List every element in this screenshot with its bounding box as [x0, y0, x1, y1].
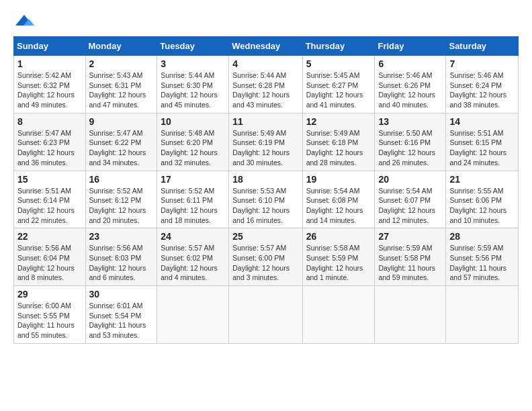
calendar-week-row: 22Sunrise: 5:56 AM Sunset: 6:04 PM Dayli… — [14, 228, 519, 286]
calendar-cell — [229, 286, 302, 344]
calendar-cell: 28Sunrise: 5:59 AM Sunset: 5:56 PM Dayli… — [446, 228, 519, 286]
day-info: Sunrise: 5:54 AM Sunset: 6:07 PM Dayligh… — [378, 186, 442, 226]
day-number: 6 — [378, 58, 442, 69]
day-number: 1 — [17, 58, 82, 69]
calendar-cell — [446, 286, 519, 344]
calendar-cell: 4Sunrise: 5:44 AM Sunset: 6:28 PM Daylig… — [229, 56, 302, 113]
calendar-cell: 12Sunrise: 5:49 AM Sunset: 6:18 PM Dayli… — [302, 113, 375, 171]
calendar-cell: 3Sunrise: 5:44 AM Sunset: 6:30 PM Daylig… — [157, 56, 229, 113]
day-number: 11 — [232, 116, 298, 127]
day-number: 22 — [17, 231, 82, 242]
day-number: 15 — [17, 174, 82, 185]
day-number: 29 — [17, 289, 82, 300]
calendar-cell: 19Sunrise: 5:54 AM Sunset: 6:08 PM Dayli… — [302, 171, 375, 228]
day-info: Sunrise: 5:57 AM Sunset: 6:00 PM Dayligh… — [232, 243, 298, 283]
day-number: 19 — [306, 174, 371, 185]
day-info: Sunrise: 5:44 AM Sunset: 6:28 PM Dayligh… — [232, 71, 298, 110]
weekday-header: Thursday — [302, 37, 375, 56]
calendar-cell: 6Sunrise: 5:46 AM Sunset: 6:26 PM Daylig… — [375, 56, 446, 113]
calendar-cell: 10Sunrise: 5:48 AM Sunset: 6:20 PM Dayli… — [157, 113, 229, 171]
day-info: Sunrise: 5:48 AM Sunset: 6:20 PM Dayligh… — [161, 128, 225, 168]
calendar-cell: 25Sunrise: 5:57 AM Sunset: 6:00 PM Dayli… — [229, 228, 302, 286]
calendar-week-row: 15Sunrise: 5:51 AM Sunset: 6:14 PM Dayli… — [14, 171, 519, 228]
calendar-cell: 14Sunrise: 5:51 AM Sunset: 6:15 PM Dayli… — [446, 113, 519, 171]
calendar-week-row: 29Sunrise: 6:00 AM Sunset: 5:55 PM Dayli… — [14, 286, 519, 344]
weekday-header: Friday — [375, 37, 446, 56]
day-number: 9 — [89, 116, 154, 127]
weekday-header: Saturday — [446, 37, 519, 56]
day-info: Sunrise: 5:51 AM Sunset: 6:14 PM Dayligh… — [17, 186, 82, 226]
day-number: 20 — [378, 174, 442, 185]
calendar-cell: 30Sunrise: 6:01 AM Sunset: 5:54 PM Dayli… — [85, 286, 157, 344]
day-number: 10 — [161, 116, 225, 127]
day-info: Sunrise: 5:47 AM Sunset: 6:23 PM Dayligh… — [17, 128, 82, 168]
day-number: 27 — [378, 231, 442, 242]
calendar-cell: 22Sunrise: 5:56 AM Sunset: 6:04 PM Dayli… — [14, 228, 86, 286]
day-info: Sunrise: 5:45 AM Sunset: 6:27 PM Dayligh… — [306, 71, 371, 110]
day-info: Sunrise: 5:57 AM Sunset: 6:02 PM Dayligh… — [161, 243, 225, 283]
calendar-week-row: 1Sunrise: 5:42 AM Sunset: 6:32 PM Daylig… — [14, 56, 519, 113]
day-info: Sunrise: 6:01 AM Sunset: 5:54 PM Dayligh… — [89, 301, 154, 340]
day-number: 7 — [449, 58, 515, 69]
day-info: Sunrise: 5:52 AM Sunset: 6:12 PM Dayligh… — [89, 186, 154, 226]
weekday-header: Tuesday — [157, 37, 229, 56]
calendar-cell: 1Sunrise: 5:42 AM Sunset: 6:32 PM Daylig… — [14, 56, 86, 113]
day-info: Sunrise: 5:49 AM Sunset: 6:19 PM Dayligh… — [232, 128, 298, 168]
weekday-header: Wednesday — [229, 37, 302, 56]
day-number: 17 — [161, 174, 225, 185]
day-number: 18 — [232, 174, 298, 185]
day-number: 13 — [378, 116, 442, 127]
weekday-header: Sunday — [14, 37, 86, 56]
day-info: Sunrise: 5:56 AM Sunset: 6:04 PM Dayligh… — [17, 243, 82, 283]
day-info: Sunrise: 5:59 AM Sunset: 5:58 PM Dayligh… — [378, 243, 442, 283]
day-info: Sunrise: 5:58 AM Sunset: 5:59 PM Dayligh… — [306, 243, 371, 283]
calendar-header-row: SundayMondayTuesdayWednesdayThursdayFrid… — [14, 37, 519, 56]
calendar-cell: 29Sunrise: 6:00 AM Sunset: 5:55 PM Dayli… — [14, 286, 86, 344]
calendar-cell: 23Sunrise: 5:56 AM Sunset: 6:03 PM Dayli… — [85, 228, 157, 286]
day-info: Sunrise: 5:53 AM Sunset: 6:10 PM Dayligh… — [232, 186, 298, 226]
calendar-cell: 15Sunrise: 5:51 AM Sunset: 6:14 PM Dayli… — [14, 171, 86, 228]
day-info: Sunrise: 5:49 AM Sunset: 6:18 PM Dayligh… — [306, 128, 371, 168]
calendar-cell: 17Sunrise: 5:52 AM Sunset: 6:11 PM Dayli… — [157, 171, 229, 228]
day-info: Sunrise: 6:00 AM Sunset: 5:55 PM Dayligh… — [17, 301, 82, 340]
day-info: Sunrise: 5:42 AM Sunset: 6:32 PM Dayligh… — [17, 71, 82, 110]
calendar-cell: 16Sunrise: 5:52 AM Sunset: 6:12 PM Dayli… — [85, 171, 157, 228]
day-number: 30 — [89, 289, 154, 300]
day-number: 14 — [449, 116, 515, 127]
calendar-cell: 2Sunrise: 5:43 AM Sunset: 6:31 PM Daylig… — [85, 56, 157, 113]
day-info: Sunrise: 5:51 AM Sunset: 6:15 PM Dayligh… — [449, 128, 515, 168]
day-number: 2 — [89, 58, 154, 69]
day-info: Sunrise: 5:56 AM Sunset: 6:03 PM Dayligh… — [89, 243, 154, 283]
calendar-cell: 9Sunrise: 5:47 AM Sunset: 6:22 PM Daylig… — [85, 113, 157, 171]
day-number: 25 — [232, 231, 298, 242]
day-info: Sunrise: 5:43 AM Sunset: 6:31 PM Dayligh… — [89, 71, 154, 110]
day-number: 24 — [161, 231, 225, 242]
calendar-cell: 5Sunrise: 5:45 AM Sunset: 6:27 PM Daylig… — [302, 56, 375, 113]
calendar-cell — [302, 286, 375, 344]
day-number: 12 — [306, 116, 371, 127]
day-info: Sunrise: 5:52 AM Sunset: 6:11 PM Dayligh… — [161, 186, 225, 226]
calendar-cell: 7Sunrise: 5:46 AM Sunset: 6:24 PM Daylig… — [446, 56, 519, 113]
day-info: Sunrise: 5:44 AM Sunset: 6:30 PM Dayligh… — [161, 71, 225, 110]
calendar-cell — [157, 286, 229, 344]
calendar-cell: 13Sunrise: 5:50 AM Sunset: 6:16 PM Dayli… — [375, 113, 446, 171]
calendar-cell: 24Sunrise: 5:57 AM Sunset: 6:02 PM Dayli… — [157, 228, 229, 286]
calendar-week-row: 8Sunrise: 5:47 AM Sunset: 6:23 PM Daylig… — [14, 113, 519, 171]
calendar-cell: 21Sunrise: 5:55 AM Sunset: 6:06 PM Dayli… — [446, 171, 519, 228]
calendar-cell — [375, 286, 446, 344]
weekday-header: Monday — [85, 37, 157, 56]
day-number: 16 — [89, 174, 154, 185]
day-number: 8 — [17, 116, 82, 127]
day-number: 21 — [449, 174, 515, 185]
day-number: 26 — [306, 231, 371, 242]
page-header — [13, 13, 519, 26]
calendar-cell: 20Sunrise: 5:54 AM Sunset: 6:07 PM Dayli… — [375, 171, 446, 228]
day-info: Sunrise: 5:47 AM Sunset: 6:22 PM Dayligh… — [89, 128, 154, 168]
day-info: Sunrise: 5:55 AM Sunset: 6:06 PM Dayligh… — [449, 186, 515, 226]
logo — [13, 13, 35, 26]
day-info: Sunrise: 5:50 AM Sunset: 6:16 PM Dayligh… — [378, 128, 442, 168]
calendar-cell: 8Sunrise: 5:47 AM Sunset: 6:23 PM Daylig… — [14, 113, 86, 171]
day-number: 23 — [89, 231, 154, 242]
logo-icon — [14, 13, 34, 28]
day-number: 3 — [161, 58, 225, 69]
